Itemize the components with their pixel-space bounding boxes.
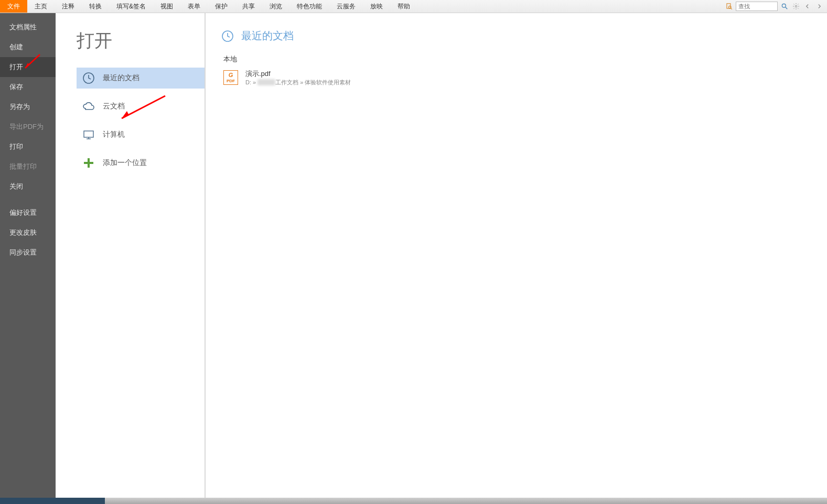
- menu-帮助[interactable]: 帮助: [390, 0, 417, 13]
- search-input[interactable]: [736, 2, 778, 11]
- menu-转换[interactable]: 转换: [82, 0, 109, 13]
- clock-icon: [82, 71, 95, 85]
- recent-file[interactable]: GPDF演示.pdfD: » xxxx工作文档 » 体验软件使用素材: [221, 67, 827, 88]
- sidebar-item-保存[interactable]: 保存: [0, 77, 56, 97]
- recent-header: 最近的文档: [221, 29, 827, 43]
- gear-icon[interactable]: [791, 2, 801, 11]
- source-cloud[interactable]: 云文档: [77, 96, 205, 117]
- open-panel: 打开 最近的文档云文档计算机添加一个位置 最近的文档 本地GPDF演示.pdfD…: [56, 13, 827, 504]
- svg-rect-11: [84, 162, 93, 164]
- source-plus[interactable]: 添加一个位置: [77, 152, 205, 173]
- open-sources-column: 打开 最近的文档云文档计算机添加一个位置: [56, 13, 206, 504]
- sidebar-item-另存为[interactable]: 另存为: [0, 97, 56, 117]
- cloud-icon: [82, 100, 95, 113]
- menu-浏览[interactable]: 浏览: [262, 0, 289, 13]
- menu-主页[interactable]: 主页: [27, 0, 55, 13]
- nav-back-icon[interactable]: [803, 2, 812, 11]
- source-list: 最近的文档云文档计算机添加一个位置: [77, 68, 205, 173]
- recent-files-column: 最近的文档 本地GPDF演示.pdfD: » xxxx工作文档 » 体验软件使用…: [206, 13, 827, 504]
- menu-表单[interactable]: 表单: [180, 0, 208, 13]
- sidebar-item-创建[interactable]: 创建: [0, 37, 56, 57]
- find-in-page-icon[interactable]: [724, 2, 734, 11]
- sidebar-item-打开[interactable]: 打开: [0, 57, 56, 77]
- sidebar-item-导出PDF为: 导出PDF为: [0, 117, 56, 137]
- file-sidebar: 文档属性创建打开保存另存为导出PDF为打印批量打印关闭偏好设置更改皮肤同步设置: [0, 13, 56, 504]
- bottom-task-segment: [0, 498, 105, 504]
- bottom-strip: [56, 498, 827, 504]
- computer-icon: [82, 128, 95, 141]
- source-label: 计算机: [103, 130, 125, 139]
- menu-文件[interactable]: 文件: [0, 0, 27, 13]
- sidebar-item-偏好设置[interactable]: 偏好设置: [0, 203, 56, 223]
- sidebar-item-关闭[interactable]: 关闭: [0, 177, 56, 196]
- file-path: D: » xxxx工作文档 » 体验软件使用素材: [245, 79, 351, 86]
- svg-point-5: [795, 5, 797, 7]
- sidebar-item-批量打印: 批量打印: [0, 157, 56, 177]
- menu-注释[interactable]: 注释: [55, 0, 82, 13]
- pdf-file-icon: GPDF: [223, 70, 238, 85]
- svg-point-3: [782, 4, 786, 7]
- plus-icon: [82, 156, 95, 170]
- source-computer[interactable]: 计算机: [77, 124, 205, 145]
- svg-line-4: [786, 7, 788, 9]
- menu-填写&签名[interactable]: 填写&签名: [109, 0, 153, 13]
- nav-forward-icon[interactable]: [814, 2, 824, 11]
- file-name: 演示.pdf: [245, 69, 351, 79]
- top-right-tools: [724, 0, 827, 13]
- menu-特色功能[interactable]: 特色功能: [289, 0, 329, 13]
- sidebar-item-打印[interactable]: 打印: [0, 137, 56, 157]
- menu-视图[interactable]: 视图: [153, 0, 180, 13]
- source-label: 添加一个位置: [103, 158, 147, 168]
- sidebar-item-更改皮肤[interactable]: 更改皮肤: [0, 223, 56, 243]
- file-info: 演示.pdfD: » xxxx工作文档 » 体验软件使用素材: [245, 69, 351, 86]
- menu-共享[interactable]: 共享: [235, 0, 262, 13]
- recent-group-label: 本地: [223, 54, 827, 64]
- menu-云服务[interactable]: 云服务: [329, 0, 363, 13]
- svg-line-2: [731, 8, 732, 9]
- source-label: 云文档: [103, 102, 125, 111]
- source-label: 最近的文档: [103, 73, 139, 83]
- sidebar-item-同步设置[interactable]: 同步设置: [0, 243, 56, 262]
- sidebar-item-文档属性[interactable]: 文档属性: [0, 17, 56, 37]
- menubar-spacer: [417, 0, 724, 13]
- open-title: 打开: [77, 29, 205, 53]
- menu-保护[interactable]: 保护: [208, 0, 235, 13]
- svg-rect-7: [84, 131, 93, 137]
- search-icon[interactable]: [780, 2, 789, 11]
- menu-bar: 文件主页注释转换填写&签名视图表单保护共享浏览特色功能云服务放映帮助: [0, 0, 827, 13]
- recent-header-label: 最近的文档: [241, 29, 294, 43]
- clock-icon: [221, 30, 234, 42]
- menu-放映[interactable]: 放映: [363, 0, 390, 13]
- source-clock[interactable]: 最近的文档: [77, 68, 205, 89]
